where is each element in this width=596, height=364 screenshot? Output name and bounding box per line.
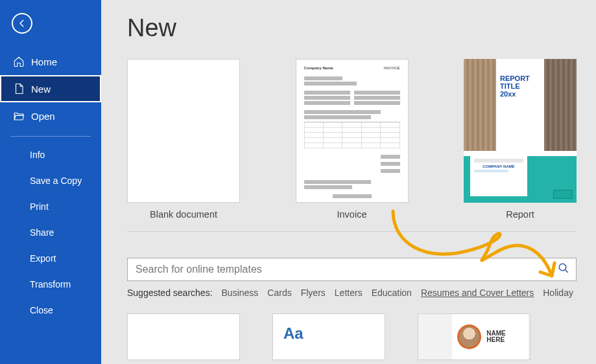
back-arrow-icon bbox=[18, 19, 27, 28]
svg-point-0 bbox=[559, 264, 566, 271]
template-thumbnail bbox=[127, 59, 240, 203]
sidebar-item-home[interactable]: Home bbox=[0, 48, 101, 75]
suggested-searches: Suggested searches: Business Cards Flyer… bbox=[127, 288, 577, 298]
sidebar-item-info[interactable]: Info bbox=[0, 142, 101, 168]
page-title: New bbox=[127, 14, 577, 42]
sidebar-item-open[interactable]: Open bbox=[0, 102, 101, 130]
suggest-label: Suggested searches: bbox=[127, 288, 213, 298]
suggest-holiday[interactable]: Holiday bbox=[543, 288, 573, 298]
svg-line-1 bbox=[565, 269, 568, 273]
template-label: Invoice bbox=[296, 209, 409, 220]
main-content: New Blank document Company NameINVOICE bbox=[101, 0, 596, 364]
search-input[interactable] bbox=[136, 264, 558, 275]
resume-name: NAME HERE bbox=[486, 330, 525, 344]
suggest-cards[interactable]: Cards bbox=[267, 288, 291, 298]
back-button[interactable] bbox=[12, 13, 32, 34]
folder-open-icon bbox=[13, 110, 25, 122]
avatar-icon bbox=[457, 324, 481, 349]
template-search[interactable] bbox=[127, 258, 577, 281]
template-thumbnail: Company NameINVOICE bbox=[296, 59, 409, 203]
suggest-letters[interactable]: Letters bbox=[335, 288, 363, 298]
document-icon bbox=[13, 83, 25, 95]
report-title-text: REPORT TITLE bbox=[500, 74, 530, 90]
aa-glyph: Aa bbox=[283, 324, 304, 343]
sidebar-item-transform[interactable]: Transform bbox=[0, 271, 101, 297]
sidebar-item-close[interactable]: Close bbox=[0, 297, 101, 323]
sidebar-item-label: Open bbox=[31, 111, 55, 122]
template-report[interactable]: REPORT TITLE 20xx COMPANY NAME Report bbox=[464, 59, 577, 220]
suggest-flyers[interactable]: Flyers bbox=[301, 288, 326, 298]
sidebar-item-saveacopy[interactable]: Save a Copy bbox=[0, 168, 101, 194]
sidebar-divider bbox=[10, 136, 91, 137]
suggest-resumes-cover-letters[interactable]: Resumes and Cover Letters bbox=[421, 288, 534, 298]
template-invoice[interactable]: Company NameINVOICE bbox=[296, 59, 409, 220]
template-thumbnail: REPORT TITLE 20xx COMPANY NAME bbox=[464, 59, 577, 203]
more-templates: Aa NAME HERE bbox=[127, 313, 577, 360]
template-thumbnail[interactable] bbox=[127, 313, 240, 360]
backstage-sidebar: Home New Open Info Save a Copy Print Sha… bbox=[0, 0, 101, 364]
suggest-education[interactable]: Education bbox=[372, 288, 412, 298]
sidebar-item-export[interactable]: Export bbox=[0, 245, 101, 271]
featured-templates: Blank document Company NameINVOICE bbox=[127, 59, 577, 220]
sidebar-item-print[interactable]: Print bbox=[0, 194, 101, 220]
search-icon[interactable] bbox=[558, 262, 569, 277]
sidebar-item-new[interactable]: New bbox=[0, 75, 101, 102]
template-thumbnail[interactable]: NAME HERE bbox=[418, 313, 530, 360]
sidebar-item-label: Home bbox=[31, 56, 57, 67]
template-label: Report bbox=[464, 209, 577, 220]
sidebar-item-share[interactable]: Share bbox=[0, 220, 101, 245]
template-blank-document[interactable]: Blank document bbox=[127, 59, 240, 220]
sidebar-item-label: New bbox=[31, 84, 51, 95]
section-divider bbox=[127, 231, 577, 232]
template-label: Blank document bbox=[127, 209, 240, 220]
suggest-business[interactable]: Business bbox=[222, 288, 259, 298]
home-icon bbox=[13, 56, 25, 67]
template-thumbnail[interactable]: Aa bbox=[272, 313, 385, 360]
report-subtitle-text: 20xx bbox=[500, 90, 516, 98]
